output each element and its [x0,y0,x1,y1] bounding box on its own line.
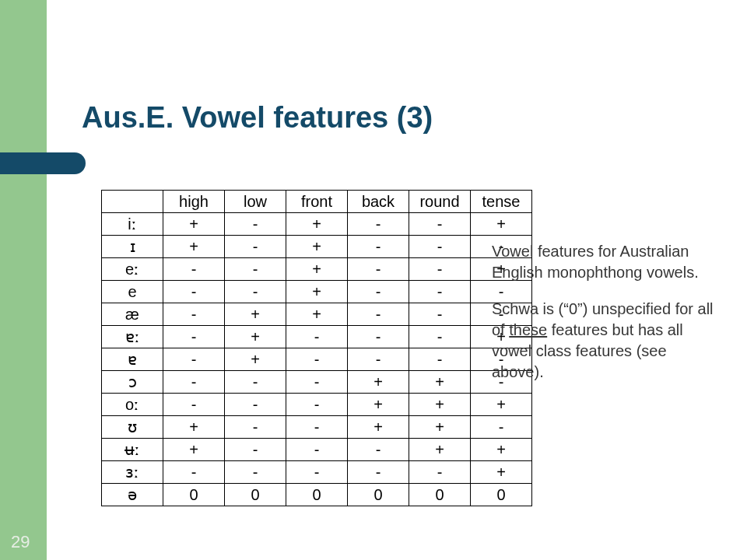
feature-cell: + [471,461,532,484]
table-row: ɜː-----+ [102,461,532,484]
feature-cell: - [409,326,471,348]
feature-cell: - [471,416,532,439]
slide: Aus.E. Vowel features (3) high low front… [0,0,747,560]
feature-cell: + [286,213,348,236]
feature-cell: + [163,439,225,461]
col-tense: tense [471,191,532,213]
col-low: low [225,191,286,213]
row-label: iː [102,213,163,236]
feature-cell: - [409,348,471,371]
feature-cell: - [409,213,471,236]
feature-cell: - [225,236,286,258]
feature-cell: + [348,394,409,416]
table-header-row: high low front back round tense [102,191,532,213]
feature-cell: + [163,213,225,236]
table-row: ə000000 [102,484,532,506]
feature-cell: + [286,258,348,281]
row-label: ɐː [102,326,163,348]
feature-cell: - [409,461,471,484]
side-paragraph-1: Vowel features for Australian English mo… [492,241,717,283]
side-paragraph-2: Schwa is (“0”) unspecified for all of th… [492,299,717,383]
feature-cell: 0 [286,484,348,506]
feature-cell: 0 [471,484,532,506]
feature-cell: - [163,348,225,371]
feature-cell: - [348,236,409,258]
feature-cell: 0 [225,484,286,506]
table-row: ɔ---++- [102,371,532,394]
feature-cell: - [286,416,348,439]
feature-cell: - [286,461,348,484]
row-label: ɐ [102,348,163,371]
feature-cell: - [348,326,409,348]
table-row: eː--+--+ [102,258,532,281]
feature-cell: + [163,416,225,439]
feature-cell: - [348,303,409,326]
row-label: ə [102,484,163,506]
feature-cell: - [348,439,409,461]
feature-cell: - [409,303,471,326]
row-label: e [102,281,163,303]
row-label: ʉː [102,439,163,461]
feature-cell: + [348,416,409,439]
side-description: Vowel features for Australian English mo… [492,241,717,398]
feature-cell: - [163,281,225,303]
feature-cell: - [348,258,409,281]
feature-cell: - [163,303,225,326]
feature-cell: - [163,461,225,484]
table-row: ɐː-+---+ [102,326,532,348]
table-row: iː+-+--+ [102,213,532,236]
table-row: ʊ+--++- [102,416,532,439]
feature-cell: 0 [409,484,471,506]
feature-cell: + [471,439,532,461]
feature-cell: + [471,213,532,236]
feature-cell: - [225,416,286,439]
col-high: high [163,191,225,213]
header-blank [102,191,163,213]
feature-cell: - [409,236,471,258]
feature-cell: + [409,394,471,416]
table-row: ʉː+---++ [102,439,532,461]
feature-cell: - [225,371,286,394]
feature-cell: 0 [163,484,225,506]
feature-cell: - [163,394,225,416]
row-label: eː [102,258,163,281]
feature-cell: + [286,281,348,303]
feature-cell: + [286,236,348,258]
feature-cell: - [225,258,286,281]
feature-cell: - [225,461,286,484]
feature-table-container: high low front back round tense iː+-+--+… [101,190,532,506]
table-row: ɪ+-+--- [102,236,532,258]
row-label: æ [102,303,163,326]
feature-cell: - [348,213,409,236]
feature-cell: - [225,439,286,461]
feature-cell: 0 [348,484,409,506]
feature-cell: - [225,281,286,303]
feature-cell: - [348,461,409,484]
feature-cell: + [286,303,348,326]
row-label: ɔ [102,371,163,394]
feature-cell: - [225,394,286,416]
feature-cell: - [409,281,471,303]
title-underline-bar [0,152,86,174]
feature-cell: + [348,371,409,394]
feature-cell: + [225,348,286,371]
feature-cell: - [163,326,225,348]
feature-cell: - [286,394,348,416]
col-front: front [286,191,348,213]
table-row: æ-++--- [102,303,532,326]
slide-number: 29 [11,532,30,552]
feature-cell: - [163,258,225,281]
row-label: ɜː [102,461,163,484]
feature-cell: - [409,258,471,281]
feature-cell: - [286,371,348,394]
feature-cell: + [409,416,471,439]
table-row: e--+--- [102,281,532,303]
feature-cell: + [409,371,471,394]
feature-cell: + [409,439,471,461]
table-row: oː---+++ [102,394,532,416]
row-label: ɪ [102,236,163,258]
feature-cell: - [163,371,225,394]
feature-cell: + [163,236,225,258]
feature-cell: - [286,439,348,461]
col-back: back [348,191,409,213]
